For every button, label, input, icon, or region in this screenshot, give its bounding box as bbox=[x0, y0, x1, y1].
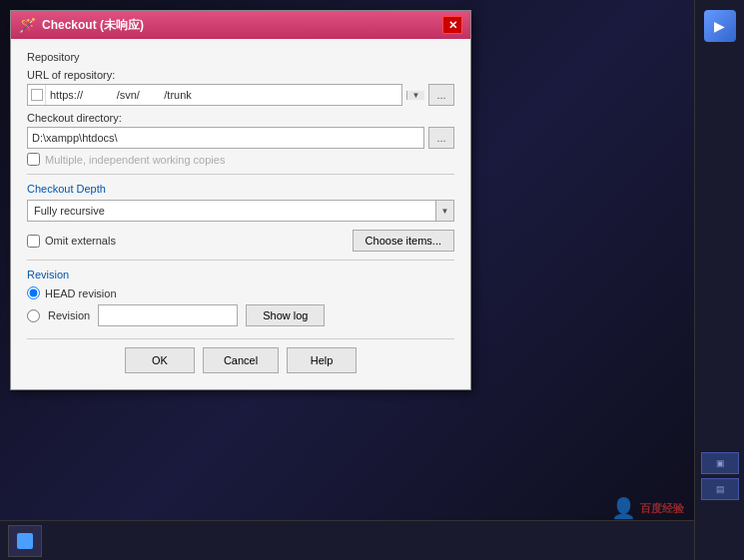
help-button[interactable]: Help bbox=[287, 347, 357, 373]
file-icon bbox=[31, 89, 43, 101]
baidu-logo-text: 百度经验 bbox=[640, 501, 684, 516]
bottom-taskbar bbox=[0, 520, 694, 560]
dialog-title-left: 🪄 Checkout (未响应) bbox=[19, 17, 144, 34]
checkout-dir-browse-button[interactable]: ... bbox=[428, 127, 454, 149]
checkout-depth-label: Checkout Depth bbox=[27, 183, 454, 195]
taskbar-arrow-icon[interactable]: ▶ bbox=[704, 10, 736, 42]
omit-choose-row: Omit externals Choose items... bbox=[27, 230, 454, 252]
depth-dropdown-text: Fully recursive bbox=[28, 203, 435, 219]
checkout-dir-row: ... bbox=[27, 127, 454, 149]
right-taskbar: ▶ ▣ ▤ bbox=[694, 0, 744, 560]
dialog-title-text: Checkout (未响应) bbox=[42, 17, 144, 34]
dialog-overlay: 🪄 Checkout (未响应) ✕ Repository URL of rep… bbox=[0, 0, 694, 560]
baidu-icon: 👤 bbox=[611, 496, 636, 520]
checkout-dialog: 🪄 Checkout (未响应) ✕ Repository URL of rep… bbox=[10, 10, 471, 390]
checkout-dir-input[interactable] bbox=[27, 127, 424, 149]
screen-icon-1: ▣ bbox=[716, 458, 725, 468]
url-dropdown-arrow[interactable]: ▼ bbox=[406, 91, 424, 100]
ok-button[interactable]: OK bbox=[125, 347, 195, 373]
taskbar-item-1[interactable] bbox=[8, 525, 42, 557]
url-file-icon bbox=[28, 85, 46, 105]
close-button[interactable]: ✕ bbox=[442, 16, 462, 34]
url-browse-button[interactable]: ... bbox=[428, 84, 454, 106]
head-revision-radio[interactable] bbox=[27, 286, 40, 299]
omit-externals-label: Omit externals bbox=[45, 235, 116, 247]
revision-radio-label: Revision bbox=[48, 309, 90, 321]
omit-externals-checkbox[interactable] bbox=[27, 235, 40, 248]
separator-2 bbox=[27, 260, 454, 261]
choose-items-button[interactable]: Choose items... bbox=[353, 230, 454, 252]
url-row: https:// /svn/ /trunk ▼ ... bbox=[27, 84, 454, 106]
cancel-button[interactable]: Cancel bbox=[203, 347, 279, 373]
dialog-titlebar: 🪄 Checkout (未响应) ✕ bbox=[11, 11, 470, 39]
revision-section-label: Revision bbox=[27, 269, 454, 280]
button-row: OK Cancel Help bbox=[27, 338, 454, 377]
taskbar-item-icon-1 bbox=[17, 533, 33, 549]
url-input-container: https:// /svn/ /trunk bbox=[27, 84, 402, 106]
checkout-dir-label: Checkout directory: bbox=[27, 112, 454, 124]
separator-1 bbox=[27, 174, 454, 175]
revision-input-row: Revision Show log bbox=[27, 304, 454, 326]
multiple-copies-row: Multiple, independent working copies bbox=[27, 153, 454, 166]
screen-control-1[interactable]: ▣ bbox=[701, 452, 739, 474]
multiple-copies-label: Multiple, independent working copies bbox=[45, 154, 225, 166]
screen-control-2[interactable]: ▤ bbox=[701, 478, 739, 500]
url-input-text: https:// /svn/ /trunk bbox=[46, 87, 401, 103]
revision-radio[interactable] bbox=[27, 309, 40, 322]
omit-externals-row: Omit externals bbox=[27, 235, 116, 248]
revision-number-input[interactable] bbox=[98, 304, 238, 326]
dialog-body: Repository URL of repository: https:// /… bbox=[11, 39, 470, 389]
depth-row: Fully recursive ▼ bbox=[27, 200, 454, 222]
head-revision-row: HEAD revision bbox=[27, 286, 454, 299]
head-revision-label: HEAD revision bbox=[45, 287, 117, 299]
screen-icon-2: ▤ bbox=[716, 484, 725, 494]
depth-dropdown[interactable]: Fully recursive ▼ bbox=[27, 200, 454, 222]
depth-dropdown-arrow[interactable]: ▼ bbox=[435, 201, 453, 221]
dialog-title-icon: 🪄 bbox=[19, 17, 36, 33]
url-label: URL of repository: bbox=[27, 69, 454, 81]
multiple-copies-checkbox[interactable] bbox=[27, 153, 40, 166]
repository-section-label: Repository bbox=[27, 51, 454, 63]
show-log-button[interactable]: Show log bbox=[246, 304, 325, 326]
